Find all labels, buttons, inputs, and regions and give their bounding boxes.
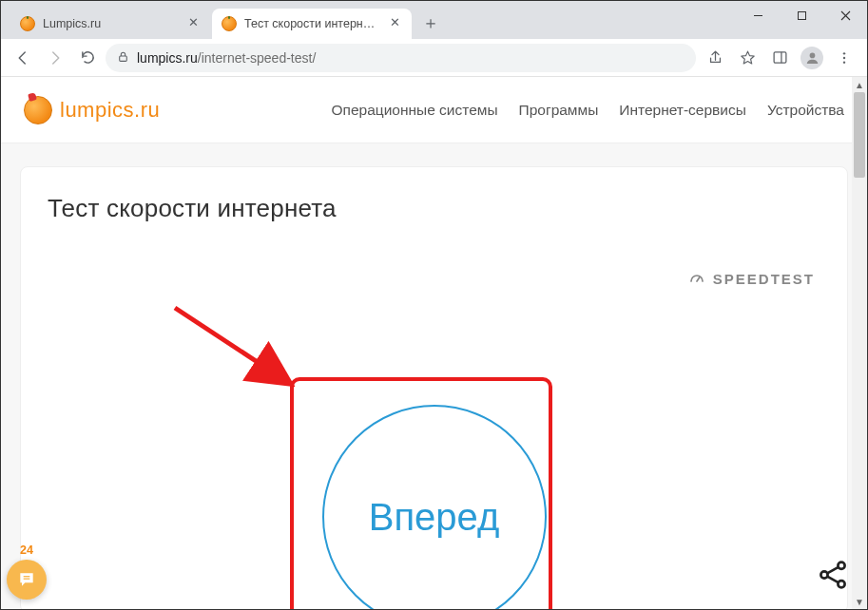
chat-widget[interactable]: 24 — [7, 543, 47, 600]
site-nav: Операционные системы Программы Интернет-… — [331, 102, 844, 119]
bookmark-icon[interactable] — [732, 44, 762, 72]
svg-point-15 — [820, 571, 827, 578]
site-logo[interactable]: lumpics.ru — [24, 96, 160, 124]
scroll-thumb[interactable] — [854, 92, 865, 178]
page-viewport: lumpics.ru Операционные системы Программ… — [1, 77, 867, 609]
svg-point-7 — [809, 53, 815, 59]
tab-title: Lumpics.ru — [43, 17, 178, 30]
tab-lumpics[interactable]: Lumpics.ru ✕ — [10, 9, 210, 39]
maximize-button[interactable] — [780, 1, 823, 29]
svg-point-17 — [838, 581, 844, 587]
forward-button[interactable] — [41, 44, 69, 72]
new-tab-button[interactable]: ＋ — [417, 10, 444, 36]
tab-title: Тест скорости интернета — [244, 17, 379, 30]
svg-rect-5 — [774, 52, 786, 63]
svg-point-16 — [838, 562, 844, 569]
scroll-up-icon[interactable]: ▲ — [852, 77, 867, 92]
logo-text: lumpics.ru — [60, 98, 160, 123]
orange-favicon — [20, 16, 35, 31]
nav-services[interactable]: Интернет-сервисы — [619, 102, 746, 119]
svg-point-10 — [843, 61, 845, 63]
reload-button[interactable] — [73, 44, 102, 72]
svg-rect-4 — [120, 55, 127, 60]
gauge-icon — [688, 270, 705, 287]
go-button[interactable]: Вперед — [322, 405, 547, 609]
nav-programs[interactable]: Программы — [519, 102, 599, 119]
back-button[interactable] — [9, 44, 37, 72]
close-icon[interactable]: ✕ — [185, 16, 201, 31]
chat-count: 24 — [7, 543, 47, 557]
go-button-wrap: Вперед — [322, 405, 547, 609]
minimize-button[interactable] — [736, 1, 780, 29]
close-icon[interactable]: ✕ — [387, 16, 402, 31]
speedtest-brand: SPEEDTEST — [688, 270, 815, 287]
lock-icon — [117, 50, 129, 66]
window-controls — [736, 1, 867, 31]
orange-logo-icon — [24, 96, 52, 124]
page-title: Тест скорости интернета — [48, 194, 820, 223]
nav-devices[interactable]: Устройства — [767, 102, 844, 119]
nav-os[interactable]: Операционные системы — [331, 102, 497, 119]
scroll-down-icon[interactable]: ▼ — [852, 594, 867, 609]
menu-icon[interactable] — [829, 44, 859, 72]
brand-text: SPEEDTEST — [713, 271, 815, 287]
svg-line-19 — [827, 577, 839, 582]
browser-window: Lumpics.ru ✕ Тест скорости интернета ✕ ＋ — [0, 0, 868, 610]
side-panel-icon[interactable] — [764, 44, 795, 72]
svg-point-9 — [843, 56, 845, 58]
profile-button[interactable] — [797, 44, 827, 72]
content-card: Тест скорости интернета SPEEDTEST Вперед — [20, 166, 848, 609]
svg-line-18 — [827, 567, 839, 573]
site-header: lumpics.ru Операционные системы Программ… — [1, 77, 867, 143]
scrollbar[interactable]: ▲ ▼ — [852, 77, 867, 609]
window-close-button[interactable] — [823, 1, 867, 29]
browser-toolbar: lumpics.ru/internet-speed-test/ — [1, 39, 867, 77]
go-label: Вперед — [369, 496, 500, 539]
orange-favicon — [222, 16, 237, 31]
url-text: lumpics.ru/internet-speed-test/ — [137, 50, 316, 66]
toolbar-right — [700, 44, 859, 72]
svg-point-8 — [843, 52, 845, 54]
share-page-icon[interactable] — [700, 44, 730, 72]
svg-line-11 — [697, 277, 700, 282]
tab-strip: Lumpics.ru ✕ Тест скорости интернета ✕ ＋ — [1, 1, 867, 39]
share-button[interactable] — [816, 558, 850, 596]
address-bar[interactable]: lumpics.ru/internet-speed-test/ — [106, 44, 696, 72]
avatar-icon — [800, 47, 823, 69]
tab-speedtest[interactable]: Тест скорости интернета ✕ — [212, 9, 412, 39]
svg-rect-1 — [798, 11, 805, 19]
chat-icon — [7, 560, 47, 600]
